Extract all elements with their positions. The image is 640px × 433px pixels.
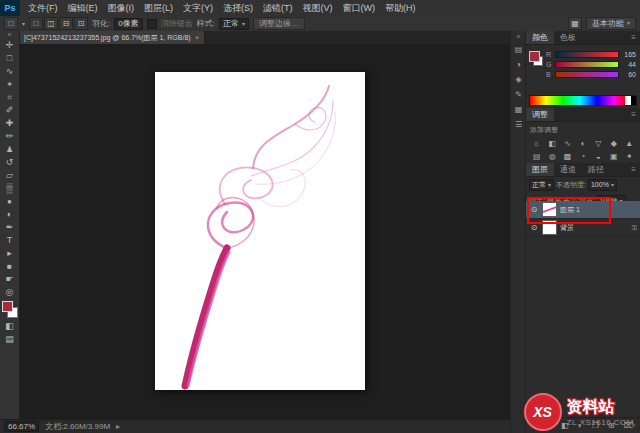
collapsed-panel-icon-6[interactable]: ☰	[513, 119, 525, 130]
panel-foreground-swatch[interactable]	[529, 51, 540, 62]
layer-row-layer1[interactable]: ⊙ 图层 1	[526, 201, 640, 219]
workspace-grid-icon[interactable]: ▦	[568, 17, 582, 30]
new-selection-icon[interactable]: □	[29, 17, 43, 30]
tab-channels[interactable]: 通道	[554, 163, 582, 176]
tab-swatches[interactable]: 色板	[554, 31, 582, 44]
menu-layer[interactable]: 图层(L)	[139, 0, 178, 16]
zoom-tool[interactable]: ◎	[1, 286, 18, 299]
visibility-eye-icon[interactable]: ⊙	[529, 223, 539, 232]
crop-tool[interactable]: ⌗	[1, 91, 18, 104]
tab-layers[interactable]: 图层	[526, 163, 554, 176]
channel-mixer-icon[interactable]: ▩	[560, 150, 575, 163]
shape-tool[interactable]: ■	[1, 260, 18, 273]
menu-image[interactable]: 图像(I)	[103, 0, 140, 16]
path-selection-tool[interactable]: ▸	[1, 247, 18, 260]
style-select[interactable]: 正常 ▾	[219, 18, 249, 30]
menu-select[interactable]: 选择(S)	[218, 0, 258, 16]
close-tab-icon[interactable]: ×	[195, 33, 200, 42]
tool-preset-caret-icon[interactable]: ▾	[22, 20, 25, 27]
collapsed-panel-icon-1[interactable]: ▤	[513, 44, 525, 55]
layer-row-background[interactable]: ⊙ 背景 ⚿	[526, 219, 640, 237]
menu-view[interactable]: 视图(V)	[298, 0, 338, 16]
foreground-color-swatch[interactable]	[2, 301, 13, 312]
gradient-tool[interactable]: ▒	[1, 182, 18, 195]
red-slider[interactable]	[555, 51, 619, 58]
spot-healing-brush-tool[interactable]: ✚	[1, 117, 18, 130]
add-selection-icon[interactable]: ◫	[44, 17, 58, 30]
panel-menu-icon[interactable]: ≡	[627, 31, 640, 44]
screen-mode-tool[interactable]: ▤	[1, 333, 18, 346]
quick-mask-tool[interactable]: ◧	[1, 320, 18, 333]
color-lookup-icon[interactable]: ◔	[575, 150, 590, 163]
move-tool[interactable]: ✛	[1, 39, 18, 52]
panel-color-swatches[interactable]	[529, 51, 543, 66]
refine-edge-button[interactable]: 调整边缘…	[253, 17, 305, 30]
menu-help[interactable]: 帮助(H)	[380, 0, 421, 16]
feather-input[interactable]: 0像素	[114, 18, 142, 30]
zoom-level-field[interactable]: 66.67%	[4, 421, 39, 432]
menu-edit[interactable]: 编辑(E)	[63, 0, 103, 16]
status-flyout-icon[interactable]: ▸	[116, 422, 120, 431]
tool-preset-icon[interactable]: □	[4, 17, 18, 30]
collapsed-panel-icon-2[interactable]: ◑	[513, 59, 525, 70]
eraser-tool[interactable]: ▱	[1, 169, 18, 182]
tab-adjustments[interactable]: 调整	[526, 108, 554, 121]
posterize-icon[interactable]: ▣	[606, 150, 621, 163]
menu-type[interactable]: 文字(Y)	[178, 0, 218, 16]
black-white-icon[interactable]: ▤	[529, 150, 544, 163]
green-slider[interactable]	[555, 61, 619, 68]
quick-selection-tool[interactable]: ✶	[1, 78, 18, 91]
intersect-selection-icon[interactable]: ⊡	[74, 17, 88, 30]
blur-tool[interactable]: ●	[1, 195, 18, 208]
vibrance-icon[interactable]: ▽	[591, 137, 606, 150]
pen-tool[interactable]: ✒	[1, 221, 18, 234]
layer-name[interactable]: 背景	[560, 223, 574, 233]
red-value[interactable]: 165	[622, 51, 636, 58]
document-canvas[interactable]	[155, 72, 365, 390]
threshold-icon[interactable]: ✦	[622, 150, 637, 163]
document-tab[interactable]: [C]47371524213237355.jpg @ 66.7%(图层 1, R…	[19, 31, 205, 44]
dodge-tool[interactable]: ◐	[1, 208, 18, 221]
hand-tool[interactable]: ☛	[1, 273, 18, 286]
workspace-switcher[interactable]: 基本功能 ▾	[586, 17, 636, 30]
blue-slider[interactable]	[555, 71, 619, 78]
collapsed-panel-icon-5[interactable]: ▦	[513, 104, 525, 115]
layer-name[interactable]: 图层 1	[560, 205, 580, 215]
opacity-select[interactable]: 100% ▾	[588, 179, 617, 191]
brightness-contrast-icon[interactable]: ☼	[529, 137, 544, 150]
visibility-eye-icon[interactable]: ⊙	[529, 205, 539, 214]
menu-window[interactable]: 窗口(W)	[338, 0, 381, 16]
tab-color[interactable]: 颜色	[526, 31, 554, 44]
color-swatches[interactable]	[2, 301, 18, 318]
eyedropper-tool[interactable]: ✐	[1, 104, 18, 117]
layer-thumbnail[interactable]	[542, 220, 557, 235]
blue-value[interactable]: 60	[622, 71, 636, 78]
levels-icon[interactable]: ◧	[544, 137, 559, 150]
antialias-checkbox[interactable]	[147, 19, 157, 29]
invert-icon[interactable]: ◒	[591, 150, 606, 163]
history-brush-tool[interactable]: ↺	[1, 156, 18, 169]
lasso-tool[interactable]: ∿	[1, 65, 18, 78]
panel-menu-icon[interactable]: ≡	[627, 163, 640, 176]
photo-filter-icon[interactable]: ◍	[544, 150, 559, 163]
color-spectrum-bar[interactable]	[529, 95, 637, 106]
canvas-area[interactable]	[19, 44, 511, 420]
rectangular-marquee-tool[interactable]: □	[1, 52, 18, 65]
tab-paths[interactable]: 路径	[582, 163, 610, 176]
clone-stamp-tool[interactable]: ♟	[1, 143, 18, 156]
collapsed-panel-icon-4[interactable]: ✎	[513, 89, 525, 100]
exposure-icon[interactable]: ◐	[575, 137, 590, 150]
toolbar-collapse-icon[interactable]: «	[8, 31, 12, 39]
menu-file[interactable]: 文件(F)	[23, 0, 63, 16]
hue-saturation-icon[interactable]: ◆	[606, 137, 621, 150]
menu-filter[interactable]: 滤镜(T)	[258, 0, 298, 16]
brush-tool[interactable]: ✏	[1, 130, 18, 143]
panel-menu-icon[interactable]: ≡	[627, 108, 640, 121]
layer-thumbnail[interactable]	[542, 202, 557, 217]
curves-icon[interactable]: ∿	[560, 137, 575, 150]
collapsed-panel-icon-3[interactable]: ◈	[513, 74, 525, 85]
color-balance-icon[interactable]: ▲	[622, 137, 637, 150]
type-tool[interactable]: T	[1, 234, 18, 247]
green-value[interactable]: 44	[622, 61, 636, 68]
expand-panels-icon[interactable]: «	[517, 33, 521, 40]
